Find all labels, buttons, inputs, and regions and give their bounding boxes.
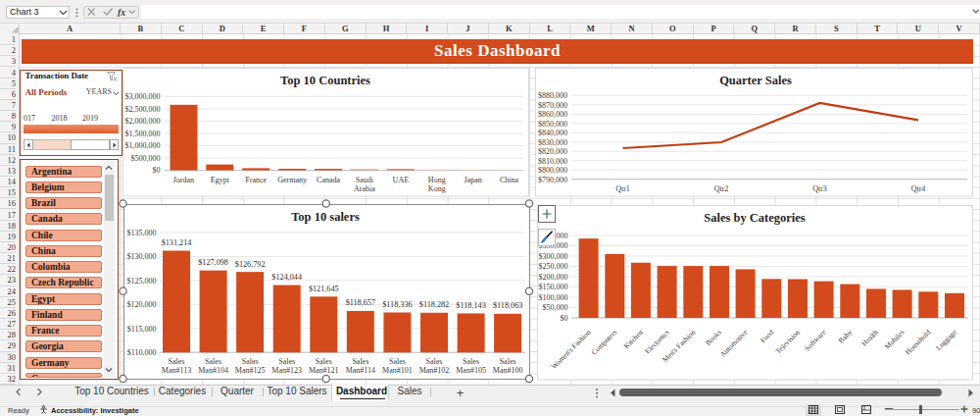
svg-text:$860,000: $860,000 xyxy=(538,110,567,119)
svg-text:Sales by Categories: Sales by Categories xyxy=(704,211,806,225)
svg-text:Qtr4: Qtr4 xyxy=(911,184,926,193)
svg-text:$300,000: $300,000 xyxy=(539,252,568,261)
svg-text:Canada: Canada xyxy=(317,176,340,184)
svg-text:$250,000: $250,000 xyxy=(539,262,568,271)
svg-text:$830,000: $830,000 xyxy=(538,138,567,147)
svg-text:UAE: UAE xyxy=(393,176,410,184)
svg-text:$0: $0 xyxy=(561,314,568,323)
svg-text:$1,000,000: $1,000,000 xyxy=(125,141,161,150)
svg-text:Japan: Japan xyxy=(465,176,482,184)
svg-text:$870,000: $870,000 xyxy=(538,101,567,110)
svg-text:$0: $0 xyxy=(153,166,161,175)
svg-text:$2,000,000: $2,000,000 xyxy=(125,117,161,126)
svg-text:$2,500,000: $2,500,000 xyxy=(125,105,161,114)
svg-text:$3,000,000: $3,000,000 xyxy=(125,92,161,101)
svg-text:Qtr1: Qtr1 xyxy=(615,184,630,193)
svg-text:Qtr2: Qtr2 xyxy=(714,184,729,193)
svg-text:Germany: Germany xyxy=(277,176,307,184)
svg-text:$820,000: $820,000 xyxy=(538,147,567,156)
svg-text:$800,000: $800,000 xyxy=(538,166,567,175)
svg-text:Arabia: Arabia xyxy=(354,184,375,193)
svg-text:France: France xyxy=(245,176,267,184)
svg-text:$150,000: $150,000 xyxy=(539,283,568,291)
svg-text:$1,500,000: $1,500,000 xyxy=(125,130,161,138)
svg-text:Top 10 Countries: Top 10 Countries xyxy=(280,74,370,87)
svg-text:Jordan: Jordan xyxy=(173,176,194,184)
svg-text:$810,000: $810,000 xyxy=(538,157,567,166)
svg-text:Quarter Sales: Quarter Sales xyxy=(719,74,792,87)
svg-text:$850,000: $850,000 xyxy=(538,120,567,129)
svg-text:$790,000: $790,000 xyxy=(538,176,567,184)
svg-text:$880,000: $880,000 xyxy=(538,91,567,100)
svg-text:Kong: Kong xyxy=(428,184,446,193)
svg-text:$500,000: $500,000 xyxy=(131,154,161,163)
svg-text:$50,000: $50,000 xyxy=(543,303,568,312)
svg-text:China: China xyxy=(500,176,519,184)
svg-text:Qtr3: Qtr3 xyxy=(812,184,827,193)
svg-text:fx: fx xyxy=(118,8,125,17)
svg-text:$840,000: $840,000 xyxy=(538,129,567,137)
svg-text:$100,000: $100,000 xyxy=(539,293,568,302)
svg-text:Egypt: Egypt xyxy=(211,176,230,184)
svg-text:$200,000: $200,000 xyxy=(539,273,568,282)
